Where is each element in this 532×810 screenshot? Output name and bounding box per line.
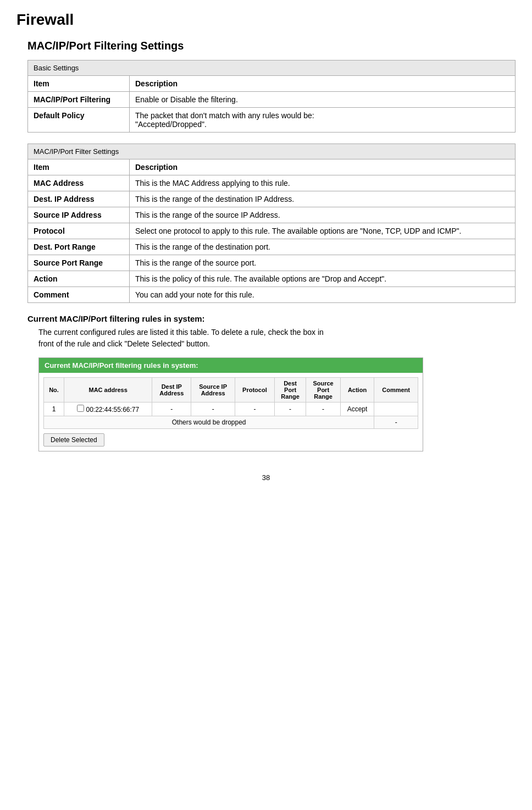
rule-no: 1 (44, 403, 64, 416)
delete-selected-button[interactable]: Delete Selected (43, 433, 104, 447)
page-title: Firewall (16, 11, 516, 29)
filter-row-1-item: Dest. IP Address (28, 191, 130, 207)
table-row: Action This is the policy of this rule. … (28, 271, 516, 287)
col-header-dest-ip: Dest IPAddress (152, 378, 191, 403)
page-subtitle: MAC/IP/Port Filtering Settings (27, 40, 516, 52)
filter-row-0-item: MAC Address (28, 175, 130, 191)
table-row: MAC/IP/Port Filtering Enable or Disable … (28, 92, 516, 108)
filter-settings-header: MAC/IP/Port Filter Settings (28, 144, 516, 159)
col-header-action: Action (340, 378, 374, 403)
filter-row-6-item: Action (28, 271, 130, 287)
filter-row-0-desc: This is the MAC Address applying to this… (130, 175, 516, 191)
rule-comment (374, 403, 418, 416)
basic-settings-table: Basic Settings Item Description MAC/IP/P… (27, 60, 516, 133)
rule-checkbox[interactable] (77, 405, 84, 412)
col-header-comment: Comment (374, 378, 418, 403)
table-row: Dest. Port Range This is the range of th… (28, 239, 516, 255)
filter-row-2-item: Source IP Address (28, 207, 130, 223)
rule-mac: 00:22:44:55:66:77 (86, 406, 139, 414)
col-header-no: No. (44, 378, 64, 403)
col-header-dest-port: DestPortRange (274, 378, 306, 403)
basic-row-1-desc: The packet that don't match with any rul… (130, 108, 516, 133)
basic-col-item-header: Item (28, 76, 130, 92)
filter-row-3-item: Protocol (28, 223, 130, 239)
table-row: Source IP Address This is the range of t… (28, 207, 516, 223)
filter-box-inner: No. MAC address Dest IPAddress Source IP… (39, 373, 423, 451)
filter-row-4-desc: This is the range of the destination por… (130, 239, 516, 255)
others-row: Others would be dropped - (44, 416, 418, 429)
basic-col-desc-header: Description (130, 76, 516, 92)
table-row: Default Policy The packet that don't mat… (28, 108, 516, 133)
filter-box-header: Current MAC/IP/Port filtering rules in s… (39, 358, 423, 373)
filter-row-4-item: Dest. Port Range (28, 239, 130, 255)
filter-row-3-desc: Select one protocol to apply to this rul… (130, 223, 516, 239)
basic-row-1-item: Default Policy (28, 108, 130, 133)
filter-row-7-item: Comment (28, 287, 130, 303)
rule-protocol: - (235, 403, 275, 416)
filter-rules-box: Current MAC/IP/Port filtering rules in s… (38, 357, 423, 451)
filter-settings-table: MAC/IP/Port Filter Settings Item Descrip… (27, 144, 516, 303)
filter-col-desc-header: Description (130, 159, 516, 175)
current-desc-line1: The current configured rules are listed … (38, 328, 324, 337)
table-row: Dest. IP Address This is the range of th… (28, 191, 516, 207)
table-row: Source Port Range This is the range of t… (28, 255, 516, 271)
filter-row-5-item: Source Port Range (28, 255, 130, 271)
table-row: MAC Address This is the MAC Address appl… (28, 175, 516, 191)
col-header-mac: MAC address (64, 378, 152, 403)
filter-row-7-desc: You can add your note for this rule. (130, 287, 516, 303)
table-row: Protocol Select one protocol to apply to… (28, 223, 516, 239)
filter-row-5-desc: This is the range of the source port. (130, 255, 516, 271)
col-header-source-ip: Source IPAddress (191, 378, 235, 403)
rule-checkbox-cell: 00:22:44:55:66:77 (64, 403, 152, 416)
others-value: - (374, 416, 418, 429)
rule-source-ip: - (191, 403, 235, 416)
rule-dest-port: - (274, 403, 306, 416)
table-row: Comment You can add your note for this r… (28, 287, 516, 303)
basic-row-0-item: MAC/IP/Port Filtering (28, 92, 130, 108)
rule-dest-ip: - (152, 403, 191, 416)
filter-row-6-desc: This is the policy of this rule. The ava… (130, 271, 516, 287)
col-header-source-port: SourcePortRange (306, 378, 340, 403)
filter-rules-table: No. MAC address Dest IPAddress Source IP… (43, 377, 418, 429)
filter-rule-row: 1 00:22:44:55:66:77 - - - - - Accept (44, 403, 418, 416)
current-desc-line2: front of the rule and click "Delete Sele… (38, 339, 210, 348)
others-text: Others would be dropped (44, 416, 374, 429)
basic-settings-header: Basic Settings (28, 60, 516, 76)
rule-action: Accept (340, 403, 374, 416)
rule-source-port: - (306, 403, 340, 416)
page-number: 38 (16, 473, 516, 482)
filter-col-item-header: Item (28, 159, 130, 175)
filter-row-1-desc: This is the range of the destination IP … (130, 191, 516, 207)
current-rules-title: Current MAC/IP/Port filtering rules in s… (27, 314, 516, 323)
current-rules-desc: The current configured rules are listed … (38, 327, 516, 350)
filter-row-2-desc: This is the range of the source IP Addre… (130, 207, 516, 223)
col-header-protocol: Protocol (235, 378, 275, 403)
basic-row-0-desc: Enable or Disable the filtering. (130, 92, 516, 108)
